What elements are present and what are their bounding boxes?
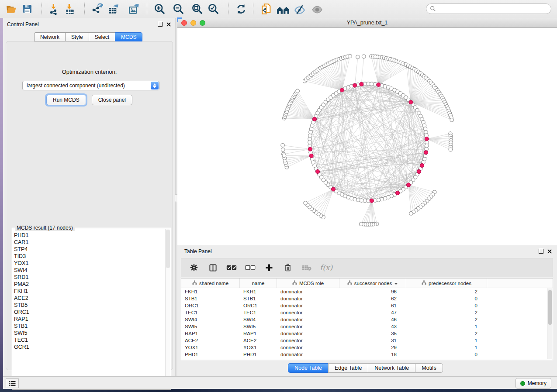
network-window-titlebar[interactable]: YPA_prune.txt_1 (177, 18, 557, 28)
refresh-layout-icon[interactable] (233, 2, 249, 16)
table-cell[interactable]: YOX1 (240, 344, 277, 351)
table-cell[interactable]: connector (277, 344, 339, 351)
float-panel-icon[interactable] (158, 22, 163, 27)
table-cell[interactable]: 31 (339, 337, 406, 344)
table-cell[interactable]: PHD1 (240, 351, 277, 358)
table-row[interactable]: ACE2ACE2connector311 (181, 337, 553, 344)
mcds-result-item[interactable]: SWI5 (14, 330, 165, 337)
table-cell[interactable]: 2 (406, 316, 487, 323)
table-cell[interactable]: 1 (406, 337, 487, 344)
table-cell[interactable]: SWI4 (181, 316, 240, 323)
table-cell[interactable]: dominator (277, 316, 339, 323)
tab-network-table[interactable]: Network Table (368, 363, 415, 373)
zoom-selected-icon[interactable] (205, 2, 221, 16)
task-history-button[interactable] (6, 378, 19, 388)
table-cell[interactable]: ORC1 (181, 302, 240, 309)
table-cell[interactable]: 0 (406, 302, 487, 309)
table-cell[interactable]: SWI4 (240, 316, 277, 323)
table-options-gear-icon[interactable] (188, 262, 200, 273)
table-cell[interactable]: 61 (339, 302, 406, 309)
export-image-icon[interactable] (126, 2, 142, 16)
add-column-icon[interactable] (263, 262, 275, 273)
close-panel-icon[interactable] (166, 22, 171, 27)
table-cell[interactable]: dominator (277, 302, 339, 309)
table-cell[interactable]: ACE2 (181, 337, 240, 344)
mcds-result-item[interactable]: TEC1 (14, 337, 165, 344)
zoom-fit-icon[interactable] (189, 2, 205, 16)
table-cell[interactable]: 35 (339, 330, 406, 337)
show-column-icon[interactable] (207, 262, 218, 273)
table-cell[interactable]: 2 (406, 288, 487, 295)
zoom-in-icon[interactable] (152, 2, 167, 16)
tab-select[interactable]: Select (89, 32, 115, 41)
tab-edge-table[interactable]: Edge Table (328, 363, 368, 373)
table-row[interactable]: YOX1YOX1connector291 (181, 344, 553, 351)
table-cell[interactable]: dominator (277, 351, 339, 358)
close-panel-button[interactable]: Close panel (92, 95, 132, 105)
table-cell[interactable]: STB1 (181, 295, 240, 302)
mcds-result-item[interactable]: GCR1 (14, 344, 165, 351)
table-cell[interactable]: 0 (406, 295, 487, 302)
table-cell[interactable]: 43 (339, 323, 406, 330)
node-table[interactable]: shared namenameMCDS rolesuccessor nodesp… (181, 278, 553, 360)
unselect-all-columns-icon[interactable] (245, 262, 256, 273)
table-cell[interactable]: 1 (406, 323, 487, 330)
table-row[interactable]: FKH1FKH1dominator962 (181, 288, 553, 295)
mcds-result-item[interactable]: SRD1 (14, 274, 165, 281)
hide-selected-icon[interactable] (292, 2, 308, 16)
column-header-shared-name[interactable]: shared name (181, 279, 240, 288)
table-row[interactable]: ORC1ORC1dominator610 (181, 302, 553, 309)
table-cell[interactable]: RAP1 (181, 330, 240, 337)
table-cell[interactable]: 62 (339, 295, 406, 302)
table-header-row[interactable]: shared namenameMCDS rolesuccessor nodesp… (181, 279, 553, 288)
mcds-result-item[interactable]: CAR1 (14, 239, 165, 246)
tab-node-table[interactable]: Node Table (288, 363, 328, 373)
tab-motifs[interactable]: Motifs (415, 363, 443, 373)
table-cell[interactable]: 29 (339, 344, 406, 351)
table-cell[interactable]: YOX1 (181, 344, 240, 351)
export-table-icon[interactable] (105, 2, 121, 16)
table-row[interactable]: TEC1TEC1connector472 (181, 309, 553, 316)
float-panel-icon[interactable] (539, 249, 543, 254)
open-file-icon[interactable] (3, 2, 19, 16)
export-network-icon[interactable] (89, 2, 105, 16)
zoom-out-icon[interactable] (170, 2, 186, 16)
table-cell[interactable]: PHD1 (181, 351, 240, 358)
save-session-icon[interactable] (19, 2, 35, 16)
tab-mcds[interactable]: MCDS (115, 32, 142, 41)
column-header-predecessor-nodes[interactable]: predecessor nodes (406, 279, 487, 288)
table-cell[interactable]: TEC1 (240, 309, 277, 316)
table-body[interactable]: FKH1FKH1dominator962STB1STB1dominator620… (181, 288, 553, 358)
table-row[interactable]: RAP1RAP1dominator352 (181, 330, 553, 337)
table-cell[interactable]: SWI5 (181, 323, 240, 330)
mcds-result-item[interactable]: PHD1 (14, 232, 165, 239)
table-row[interactable]: STB1STB1dominator620 (181, 295, 553, 302)
table-row[interactable]: SWI4SWI4dominator462 (181, 316, 553, 323)
mcds-result-item[interactable]: TID3 (14, 253, 165, 260)
mcds-result-item[interactable]: PMA2 (14, 281, 165, 288)
table-cell[interactable]: STB1 (240, 295, 277, 302)
table-cell[interactable]: 46 (339, 316, 406, 323)
select-all-columns-icon[interactable] (226, 262, 237, 273)
mcds-result-item[interactable]: STP4 (14, 246, 165, 253)
mcds-result-item[interactable]: YOX1 (14, 260, 165, 267)
import-table-icon[interactable] (62, 2, 78, 16)
mcds-result-item[interactable]: ORC1 (14, 309, 165, 316)
mcds-result-item[interactable]: STB1 (14, 323, 165, 330)
column-header-successor-nodes[interactable]: successor nodes (339, 279, 406, 288)
function-builder-icon[interactable]: f(x) (320, 263, 332, 272)
criterion-dropdown[interactable]: largest connected component (undirected) (22, 81, 159, 90)
column-header-MCDS-role[interactable]: MCDS role (277, 279, 339, 288)
table-cell[interactable]: dominator (277, 330, 339, 337)
table-cell[interactable]: ACE2 (240, 337, 277, 344)
column-header-name[interactable]: name (240, 279, 277, 288)
network-graph[interactable] (177, 28, 557, 245)
mcds-result-item[interactable]: ACE2 (14, 295, 165, 302)
table-cell[interactable]: SWI5 (240, 323, 277, 330)
delete-column-icon[interactable] (282, 262, 294, 273)
table-cell[interactable]: dominator (277, 288, 339, 295)
table-cell[interactable]: 47 (339, 309, 406, 316)
delete-table-icon[interactable] (301, 262, 312, 273)
table-cell[interactable]: 1 (406, 344, 487, 351)
mcds-result-item[interactable]: SWI4 (14, 267, 165, 274)
